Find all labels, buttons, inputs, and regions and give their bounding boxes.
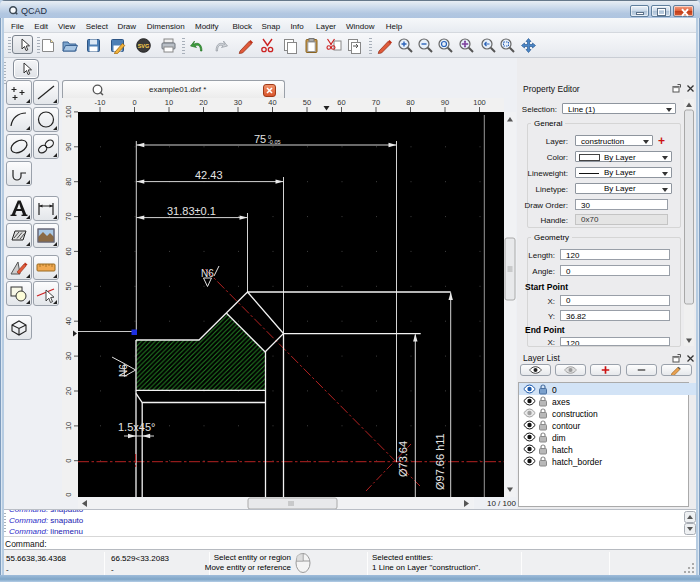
svg-text:40: 40 — [64, 317, 73, 325]
svg-text:0: 0 — [132, 98, 136, 107]
svg-text:60: 60 — [64, 247, 73, 255]
svg-text:30: 30 — [64, 352, 73, 360]
svg-text:-0.05: -0.05 — [268, 139, 281, 145]
svg-text:0: 0 — [64, 459, 73, 463]
svg-text:90: 90 — [64, 143, 73, 151]
svg-text:20: 20 — [64, 387, 73, 395]
svg-text:75: 75 — [254, 133, 266, 145]
svg-text:60: 60 — [337, 98, 345, 107]
svg-text:100: 100 — [64, 106, 73, 119]
svg-text:1.5x45°: 1.5x45° — [118, 421, 155, 433]
svg-text:40: 40 — [268, 98, 276, 107]
svg-text:-10: -10 — [95, 98, 106, 107]
svg-text:SVG: SVG — [137, 43, 149, 49]
svg-text:10: 10 — [165, 98, 173, 107]
svg-text:70: 70 — [64, 212, 73, 220]
svg-text:Ø73.64: Ø73.64 — [397, 441, 409, 477]
svg-text:90: 90 — [441, 98, 449, 107]
svg-text:10: 10 — [64, 422, 73, 430]
svg-text:100: 100 — [473, 98, 486, 107]
svg-text:70: 70 — [372, 98, 380, 107]
svg-text:-10: -10 — [64, 493, 73, 497]
svg-text:N6: N6 — [201, 268, 214, 279]
svg-text:80: 80 — [406, 98, 414, 107]
svg-text:42.43: 42.43 — [195, 169, 223, 181]
svg-text:50: 50 — [64, 282, 73, 290]
svg-text:80: 80 — [64, 178, 73, 186]
svg-text:30: 30 — [234, 98, 242, 107]
svg-text:31.83±0.1: 31.83±0.1 — [167, 205, 216, 217]
svg-text:20: 20 — [199, 98, 207, 107]
svg-text:50: 50 — [303, 98, 311, 107]
svg-text:Ø97.66 h11: Ø97.66 h11 — [434, 433, 446, 490]
